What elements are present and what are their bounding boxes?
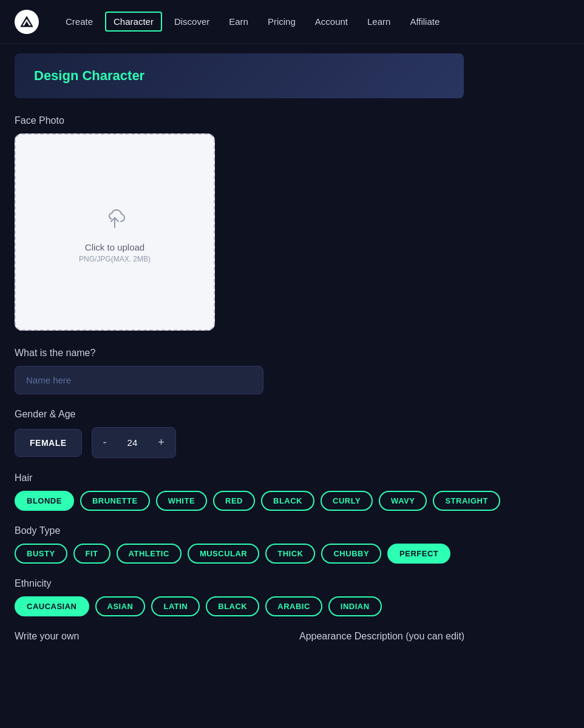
hair-tag-red[interactable]: RED [213, 491, 255, 511]
nav-link-pricing[interactable]: Pricing [260, 13, 303, 30]
main-content: Design Character Face Photo Click to upl… [0, 44, 584, 652]
ethnicity-tag-latin[interactable]: LATIN [151, 596, 200, 616]
nav-link-character[interactable]: Character [105, 12, 162, 32]
hair-label: Hair [15, 473, 569, 484]
ethnicity-label: Ethnicity [15, 578, 569, 589]
ethnicity-tag-indian[interactable]: INDIAN [328, 596, 382, 616]
hair-tag-white[interactable]: WHITE [156, 491, 207, 511]
nav-link-earn[interactable]: Earn [222, 13, 256, 30]
body-tag-perfect[interactable]: PERFECT [387, 544, 450, 564]
hair-tag-straight[interactable]: STRAIGHT [433, 491, 500, 511]
upload-cloud-icon [99, 201, 131, 235]
age-control: - 24 + [92, 427, 176, 458]
age-value: 24 [118, 429, 148, 456]
hair-tags-row: BLONDE BRUNETTE WHITE RED BLACK CURLY WA… [15, 491, 569, 511]
hair-tag-brunette[interactable]: BRUNETTE [80, 491, 150, 511]
ethnicity-tag-arabic[interactable]: ARABIC [265, 596, 322, 616]
body-type-label: Body Type [15, 525, 569, 536]
body-tag-fit[interactable]: FIT [73, 544, 110, 564]
nav-link-learn[interactable]: Learn [360, 13, 398, 30]
navbar: Create Character Discover Earn Pricing A… [0, 0, 584, 44]
gender-age-label: Gender & Age [15, 409, 569, 420]
hair-tag-blonde[interactable]: BLONDE [15, 491, 74, 511]
body-tag-thick[interactable]: THICK [265, 544, 315, 564]
ethnicity-tag-asian[interactable]: ASIAN [95, 596, 146, 616]
nav-link-account[interactable]: Account [308, 13, 355, 30]
appearance-desc-label: Appearance Description (you can edit) [299, 631, 569, 642]
body-type-section: Body Type BUSTY FIT ATHLETIC MUSCULAR TH… [15, 525, 569, 564]
nav-link-discover[interactable]: Discover [167, 13, 217, 30]
gender-button[interactable]: FEMALE [15, 429, 82, 457]
bottom-row: Write your own Appearance Description (y… [15, 631, 569, 642]
body-tag-muscular[interactable]: MUSCULAR [188, 544, 259, 564]
hair-section: Hair BLONDE BRUNETTE WHITE RED BLACK CUR… [15, 473, 569, 511]
ethnicity-section: Ethnicity CAUCASIAN ASIAN LATIN BLACK AR… [15, 578, 569, 616]
ethnicity-tag-black[interactable]: BLACK [206, 596, 259, 616]
name-input[interactable] [15, 366, 263, 394]
nav-links: Create Character Discover Earn Pricing A… [58, 12, 447, 32]
upload-text: Click to upload [85, 242, 144, 252]
gender-age-row: FEMALE - 24 + [15, 427, 569, 458]
face-photo-upload[interactable]: Click to upload PNG/JPG(MAX. 2MB) [15, 133, 215, 331]
hair-tag-black[interactable]: BLACK [261, 491, 314, 511]
design-banner-title: Design Character [34, 68, 444, 84]
nav-link-create[interactable]: Create [58, 13, 100, 30]
name-label: What is the name? [15, 348, 569, 359]
body-type-tags-row: BUSTY FIT ATHLETIC MUSCULAR THICK CHUBBY… [15, 544, 569, 564]
face-photo-label: Face Photo [15, 115, 569, 126]
nav-link-affiliate[interactable]: Affiliate [402, 13, 447, 30]
body-tag-athletic[interactable]: ATHLETIC [117, 544, 182, 564]
age-decrement-button[interactable]: - [92, 428, 118, 457]
upload-subtext: PNG/JPG(MAX. 2MB) [79, 255, 151, 263]
logo[interactable] [15, 10, 39, 34]
body-tag-busty[interactable]: BUSTY [15, 544, 67, 564]
hair-tag-curly[interactable]: CURLY [321, 491, 373, 511]
body-tag-chubby[interactable]: CHUBBY [321, 544, 381, 564]
write-own-label: Write your own [15, 631, 285, 642]
age-increment-button[interactable]: + [147, 428, 175, 457]
hair-tag-wavy[interactable]: WAVY [379, 491, 427, 511]
design-banner: Design Character [15, 53, 464, 98]
ethnicity-tag-caucasian[interactable]: CAUCASIAN [15, 596, 89, 616]
write-own-col: Write your own [15, 631, 285, 642]
ethnicity-tags-row: CAUCASIAN ASIAN LATIN BLACK ARABIC INDIA… [15, 596, 569, 616]
appearance-desc-col: Appearance Description (you can edit) [299, 631, 569, 642]
